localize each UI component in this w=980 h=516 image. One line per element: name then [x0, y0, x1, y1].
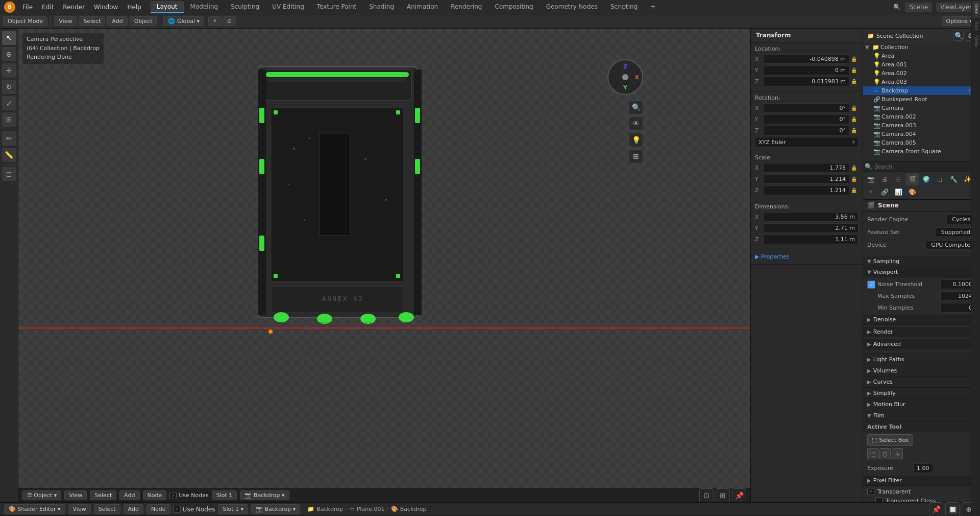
node-overlay[interactable]: 🔲	[945, 502, 960, 517]
rot-z-lock[interactable]: 🔒	[849, 128, 859, 133]
scene-props-icon[interactable]: 🎬	[905, 173, 919, 185]
scale-y-lock[interactable]: 🔒	[849, 176, 859, 182]
tab-uv-editing[interactable]: UV Editing	[266, 1, 310, 13]
world-props-icon[interactable]: 🌍	[919, 173, 933, 185]
viewport-area[interactable]: ANNEX K3	[18, 29, 750, 502]
dim-x-value[interactable]: 3.56 m	[763, 212, 859, 222]
tool-move[interactable]: ✛	[2, 63, 16, 78]
node-view-btn[interactable]: View	[68, 504, 91, 514]
use-nodes-cb[interactable]	[169, 492, 177, 499]
tool-add-cube[interactable]: ◻	[2, 167, 16, 181]
sampling-section-header[interactable]: ▼ Sampling	[863, 256, 980, 267]
view-layer-props-icon[interactable]: ☰	[892, 173, 905, 185]
scale-y-value[interactable]: 1.214	[763, 174, 849, 184]
filter-icon[interactable]: 🔍	[953, 31, 964, 41]
denoise-header[interactable]: ▶ Denoise	[863, 315, 980, 325]
proportional-edit[interactable]: ⊙	[223, 16, 236, 26]
rot-z-value[interactable]: 0°	[763, 126, 849, 135]
dim-z-value[interactable]: 1.11 m	[763, 234, 859, 244]
tool-icon-2[interactable]: ○	[879, 448, 891, 459]
tool-measure[interactable]: 📏	[2, 148, 16, 162]
loc-z-lock[interactable]: 🔒	[849, 79, 859, 84]
object-type-btn[interactable]: ☰ Object ▾	[22, 490, 61, 500]
render-props-icon[interactable]: 📷	[864, 173, 877, 185]
loc-y-value[interactable]: 0 m	[763, 65, 849, 75]
snap-button[interactable]: ⚡	[208, 16, 222, 26]
node-editor-icon2[interactable]: ⊞	[716, 488, 730, 502]
view-3d-icon[interactable]: ⊞	[629, 149, 643, 163]
tab-rendering[interactable]: Rendering	[445, 1, 488, 13]
volumes-header[interactable]: ▶ Volumes	[863, 365, 980, 377]
menu-file[interactable]: File	[18, 3, 37, 12]
scale-z-value[interactable]: 1.214	[763, 185, 849, 195]
props-search[interactable]	[874, 163, 978, 170]
vp-view-btn[interactable]: View	[64, 490, 87, 500]
tab-modeling[interactable]: Modeling	[184, 1, 225, 13]
zoom-in-icon[interactable]: 🔍	[629, 100, 643, 114]
pixel-filter-header[interactable]: ▶ Pixel Filter	[863, 476, 980, 486]
tab-add[interactable]: +	[644, 1, 662, 13]
tree-camera002[interactable]: 📷 Camera.002 👁	[863, 112, 980, 121]
tab-scripting[interactable]: Scripting	[604, 1, 644, 13]
rot-x-lock[interactable]: 🔒	[849, 105, 859, 111]
select-box-button[interactable]: ⬚ Select Box	[867, 434, 913, 446]
viewport-gizmo[interactable]: X Y Z	[607, 59, 643, 95]
tool-annotate[interactable]: ✏	[2, 131, 16, 146]
exposure-value[interactable]: 1.00	[913, 463, 933, 473]
transparent-glass-cb[interactable]	[875, 497, 883, 502]
node-editor-icon1[interactable]: ⊡	[699, 488, 714, 502]
tab-texture-paint[interactable]: Texture Paint	[311, 1, 362, 13]
vp-select-btn[interactable]: Select	[90, 490, 116, 500]
menu-window[interactable]: Window	[90, 3, 122, 12]
rot-y-lock[interactable]: 🔒	[849, 116, 859, 122]
tree-camera004[interactable]: 📷 Camera.004 👁	[863, 130, 980, 138]
constraints-props-icon[interactable]: 🔗	[878, 186, 891, 198]
viewport-sub-header[interactable]: ▼ Viewport ⋮	[863, 267, 980, 277]
shading-icon[interactable]: 💡	[629, 133, 643, 147]
tree-bunkspeed[interactable]: 🔗 Bunkspeed Root 👁	[863, 95, 980, 104]
node-add-btn[interactable]: Add	[124, 504, 143, 514]
properties-link[interactable]: ▶ Properties	[755, 252, 859, 261]
loc-x-lock[interactable]: 🔒	[849, 56, 859, 62]
node-editor-type[interactable]: 🎨 Shader Editor ▾	[4, 504, 65, 514]
scale-x-lock[interactable]: 🔒	[849, 165, 859, 171]
simplify-header[interactable]: ▶ Simplify	[863, 388, 980, 399]
gizmo-circle[interactable]: X Y Z	[607, 59, 643, 95]
add-menu[interactable]: Add	[107, 16, 127, 26]
node-slot-btn[interactable]: Slot 1 ▾	[218, 504, 248, 514]
loc-x-value[interactable]: -0.040898 m	[763, 54, 849, 64]
motion-blur-header[interactable]: ▶ Motion Blur	[863, 399, 980, 410]
object-props-icon[interactable]: ◻	[933, 173, 946, 185]
render-sub-header[interactable]: ▶ Render ⋮	[863, 327, 980, 337]
node-editor-pin[interactable]: 📌	[732, 488, 746, 502]
tree-area[interactable]: 💡 Area 👁	[863, 52, 980, 60]
viewport-display-icon[interactable]: 👁	[629, 116, 643, 131]
global-dropdown[interactable]: 🌐 Global ▾	[163, 16, 204, 26]
device-value[interactable]: GPU Compute	[925, 240, 976, 250]
tool-rotate[interactable]: ↻	[2, 80, 16, 94]
view-layer-selector[interactable]: ViewLayer	[936, 3, 976, 12]
tree-camera[interactable]: 📷 Camera 👁	[863, 104, 980, 112]
scale-x-value[interactable]: 1.778	[763, 163, 849, 173]
light-paths-header[interactable]: ▶ Light Paths ⋮	[863, 354, 980, 365]
select-menu[interactable]: Select	[79, 16, 105, 26]
transparent-cb[interactable]	[867, 488, 874, 495]
node-node-btn[interactable]: Node	[146, 504, 170, 514]
vp-add-btn[interactable]: Add	[119, 490, 139, 500]
mode-dropdown[interactable]: Object Mode	[3, 16, 47, 26]
noise-threshold-check[interactable]: ✓	[867, 280, 875, 289]
tab-geometry-nodes[interactable]: Geometry Nodes	[540, 1, 604, 13]
menu-help[interactable]: Help	[123, 3, 145, 12]
tool-transform[interactable]: ⊞	[2, 112, 16, 127]
node-pin[interactable]: 📌	[929, 502, 943, 517]
tree-area003[interactable]: 💡 Area.003 👁	[863, 78, 980, 86]
tree-scene-collection[interactable]: ▼ 📁 Collection 👁	[863, 43, 980, 52]
dim-y-value[interactable]: 2.71 m	[763, 223, 859, 233]
use-nodes-toggle[interactable]: Use Nodes	[169, 492, 209, 499]
tree-camera003[interactable]: 📷 Camera.003 👁	[863, 121, 980, 130]
tree-backdrop[interactable]: ▭ Backdrop 👁 ◉	[863, 86, 980, 95]
tab-compositing[interactable]: Compositing	[488, 1, 539, 13]
feature-set-value[interactable]: Supported	[936, 227, 976, 237]
view-menu[interactable]: View	[54, 16, 77, 26]
loc-z-value[interactable]: -0.015983 m	[763, 77, 849, 86]
